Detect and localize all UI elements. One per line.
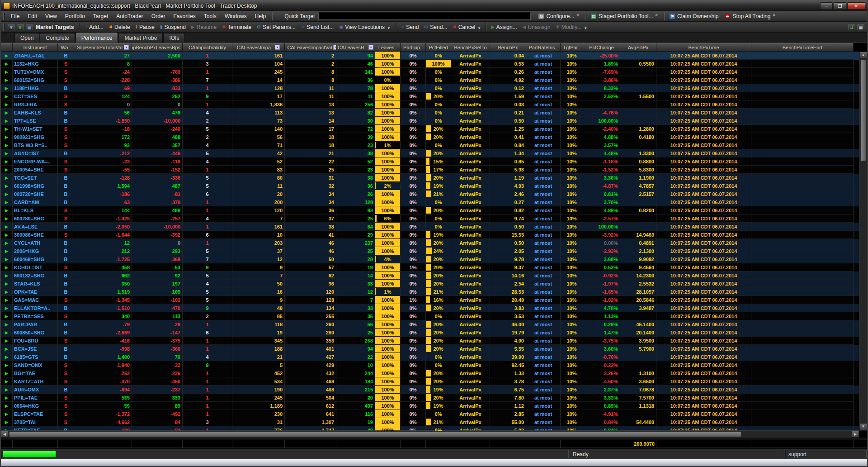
column-header-pctChange[interactable]: PctChange: [583, 43, 620, 52]
row-expand-icon[interactable]: ▶: [5, 257, 8, 262]
add-button[interactable]: +Add...: [82, 23, 106, 31]
close-button[interactable]: ✕: [847, 2, 865, 10]
column-header-leavesR[interactable]: CALeavesR..▼: [336, 43, 375, 52]
row-expand-icon[interactable]: ▶: [5, 314, 8, 319]
row-expand-cell[interactable]: ▶: [1, 263, 13, 272]
row-expand-icon[interactable]: ▶: [5, 371, 8, 376]
table-row[interactable]: ▶STAR=KLSB3501974509633100%0%20%ArrivalP…: [1, 280, 867, 288]
terminate-button[interactable]: ✖Terminate: [219, 23, 254, 31]
menu-help[interactable]: Help: [251, 12, 270, 21]
row-expand-cell[interactable]: ▶: [1, 345, 13, 353]
row-expand-cell[interactable]: ▶: [1, 361, 13, 369]
toolbar-grip[interactable]: [3, 13, 5, 20]
dropdown-arrow-icon[interactable]: ▼: [477, 26, 481, 30]
column-header-tgtPar[interactable]: TgtPar..: [561, 43, 583, 52]
row-expand-cell[interactable]: ▶: [1, 312, 13, 320]
row-expand-icon[interactable]: ▶: [5, 102, 8, 107]
column-header-timeEnd[interactable]: BenchPxTimeEnd: [751, 43, 854, 52]
menu-windows[interactable]: Windows: [221, 12, 251, 21]
row-expand-icon[interactable]: ▶: [5, 224, 8, 229]
scroll-right-button[interactable]: ▶: [852, 431, 859, 438]
column-filter-icon[interactable]: ▼: [368, 45, 373, 50]
filter-icon[interactable]: ▼: [8, 24, 15, 30]
table-row[interactable]: ▶600132=SHGB66292576214100%0%20%ArrivalP…: [1, 272, 867, 280]
row-expand-cell[interactable]: ▶: [1, 206, 13, 214]
menu-file[interactable]: File: [7, 12, 24, 21]
row-expand-cell[interactable]: ▶: [1, 100, 13, 109]
export-icon[interactable]: ⇊: [848, 24, 855, 30]
send-button[interactable]: ⚙Send...: [421, 23, 450, 31]
table-row[interactable]: ▶AV.A=LSEB-2,350-10,00011613884100%0%0%A…: [1, 223, 867, 231]
column-header-leaves[interactable]: Leaves..: [375, 43, 401, 52]
table-row[interactable]: ▶AUR=OMXB-894-2371190488215100%0%19%Arri…: [1, 386, 867, 394]
table-row[interactable]: ▶300086=SHES-1,644-3926104129100%0%19%Ar…: [1, 231, 867, 239]
configure-button[interactable]: ⚙Configure...»: [535, 11, 583, 21]
row-expand-icon[interactable]: ▶: [5, 135, 8, 139]
table-row[interactable]: ▶PETRA=SESS34011328525535100%0%0%Arrival…: [1, 312, 867, 320]
row-expand-cell[interactable]: ▶: [1, 377, 13, 386]
table-row[interactable]: ▶ZRAH.L=TAEB272,5001161294100%0%0%Arriva…: [1, 52, 867, 60]
row-expand-icon[interactable]: ▶: [5, 281, 8, 286]
scroll-left-button[interactable]: ◀: [1, 431, 8, 438]
table-row[interactable]: ▶KCHOL=ISTS45853995719100%1%20%ArrivalPx…: [1, 263, 867, 272]
row-expand-cell[interactable]: ▶: [1, 117, 13, 125]
row-expand-icon[interactable]: ▶: [5, 412, 8, 416]
row-expand-cell[interactable]: ▶: [1, 337, 13, 345]
table-row[interactable]: ▶TH-W1=SETS-18-24051401772100%0%20%Arriv…: [1, 125, 867, 133]
row-expand-icon[interactable]: ▶: [5, 200, 8, 205]
tab-complete[interactable]: Complete: [40, 33, 75, 43]
table-row[interactable]: ▶CARD=AMB-63-370120034128100%0%0%Arrival…: [1, 198, 867, 206]
menu-order[interactable]: Order: [147, 12, 170, 21]
dropdown-arrow-icon[interactable]: ▼: [387, 26, 391, 30]
table-row[interactable]: ▶ELLAKTOR=A..B-1,510-47094813433100%0%20…: [1, 304, 867, 312]
overflow-chevron-icon[interactable]: »: [656, 12, 658, 17]
row-expand-cell[interactable]: ▶: [1, 369, 13, 377]
table-row[interactable]: ▶600152=SHGS-228-3867148360%0%0%ArrivalP…: [1, 76, 867, 84]
column-filter-icon[interactable]: ▼: [333, 45, 336, 50]
row-expand-cell[interactable]: ▶: [1, 214, 13, 223]
row-expand-icon[interactable]: ▶: [5, 151, 8, 156]
resume-button[interactable]: ▶Resume: [189, 23, 219, 31]
row-expand-icon[interactable]: ▶: [5, 159, 8, 164]
row-expand-cell[interactable]: ▶: [1, 239, 13, 247]
row-expand-icon[interactable]: ▶: [5, 290, 8, 294]
row-expand-icon[interactable]: ▶: [5, 62, 8, 66]
row-expand-icon[interactable]: ▶: [5, 86, 8, 91]
table-row[interactable]: ▶PPIL=TAES535333124550420100%0%20%Arriva…: [1, 394, 867, 402]
table-row[interactable]: ▶000720=SHEB-186-816203426100%0%21%Arriv…: [1, 190, 867, 198]
table-row[interactable]: ▶CYCL=ATHB120120346237100%0%20%ArrivalPx…: [1, 239, 867, 247]
table-row[interactable]: ▶601998=SHGB1,59448751132362%0%19%Arriva…: [1, 182, 867, 190]
row-expand-icon[interactable]: ▶: [5, 127, 8, 131]
row-expand-icon[interactable]: ▶: [5, 379, 8, 384]
row-expand-cell[interactable]: ▶: [1, 149, 13, 157]
column-header-side[interactable]: Wa..: [58, 43, 74, 52]
row-expand-cell[interactable]: ▶: [1, 255, 13, 263]
column-header-instr[interactable]: Instrument: [13, 43, 58, 52]
row-expand-cell[interactable]: ▶: [1, 76, 13, 84]
row-expand-icon[interactable]: ▶: [5, 273, 8, 278]
row-expand-cell[interactable]: ▶: [1, 198, 13, 206]
row-expand-cell[interactable]: ▶: [1, 52, 13, 60]
column-header-impactVal[interactable]: ▲CALeavesImpactVal▼: [285, 43, 336, 52]
table-row[interactable]: ▶SAND=OMXS-1,940-229542910100%0%0%Arriva…: [1, 361, 867, 369]
row-expand-icon[interactable]: ▶: [5, 322, 8, 327]
row-expand-cell[interactable]: ▶: [1, 320, 13, 329]
menu-portfolio[interactable]: Portfolio: [61, 12, 89, 21]
row-expand-cell[interactable]: ▶: [1, 304, 13, 312]
table-row[interactable]: ▶GAS=MACS-1,345-102591287100%1%16%Arriva…: [1, 296, 867, 304]
pause-button[interactable]: ‖Pause: [133, 23, 157, 31]
table-row[interactable]: ▶EAHB=KLSB5647641131382100%0%0%ArrivalPx…: [1, 109, 867, 117]
row-expand-icon[interactable]: ▶: [5, 78, 8, 82]
row-expand-cell[interactable]: ▶: [1, 223, 13, 231]
row-expand-cell[interactable]: ▶: [1, 92, 13, 100]
title-bar[interactable]: INFOREACH 100_international_equities::su…: [1, 1, 867, 11]
menu-autotrader[interactable]: AutoTrader: [112, 12, 147, 21]
row-expand-cell[interactable]: ▶: [1, 418, 13, 426]
table-row[interactable]: ▶600850=SHGB-2,869-14761928025100%0%20%A…: [1, 329, 867, 337]
row-expand-icon[interactable]: ▶: [5, 420, 8, 424]
delete-button[interactable]: ✖Delete: [106, 23, 133, 31]
staged-portfolio-tool-button[interactable]: ▤Staged Portfolio Tool...»: [588, 11, 662, 21]
row-expand-cell[interactable]: ▶: [1, 386, 13, 394]
menu-view[interactable]: View: [41, 12, 61, 21]
menu-tools[interactable]: Tools: [200, 12, 221, 21]
